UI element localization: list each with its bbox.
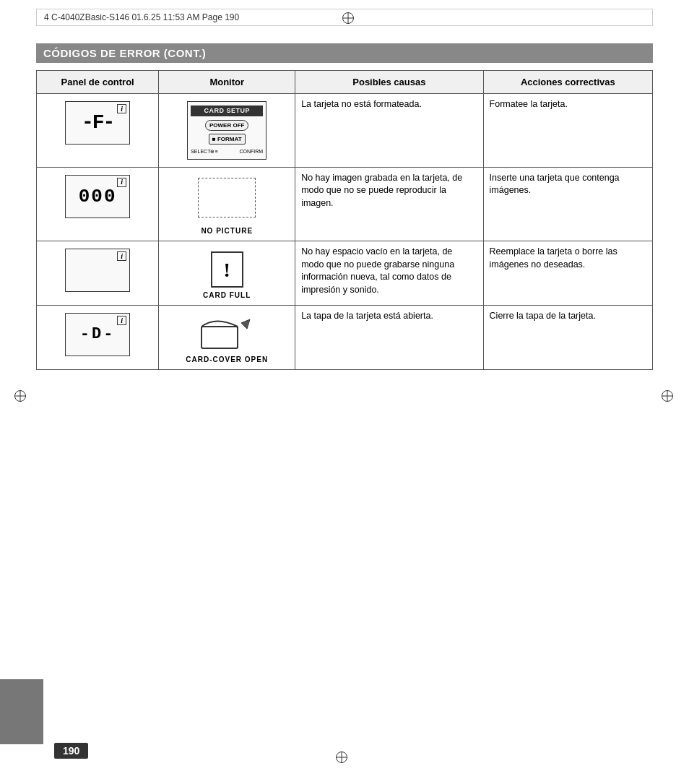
table-row: i -F- CARD SETUP POWER OFF ■ FORMAT SELE… [37,94,653,168]
info-icon-row3: i [117,251,126,261]
panel-cell-row2: i 000 [37,167,159,241]
monitor-cell-row2: NO PICTURE [159,167,295,241]
info-icon-row2: i [117,178,126,187]
table-row: i -D- [37,306,653,370]
gray-sidebar [0,679,43,744]
monitor-cell-row4: CARD-COVER OPEN [159,306,295,370]
header-text: 4 C-4040ZBasic-S146 01.6.25 11:53 AM Pag… [44,12,239,22]
panel-cell-row3: i [37,241,159,306]
lcd-display-row1: i -F- [65,101,130,145]
col-header-acciones: Acciones correctivas [483,71,652,94]
lcd-display-row4: i -D- [65,313,130,356]
registration-mark-top [342,12,357,27]
lcd-display-row3: i [65,249,130,292]
acciones-cell-row4: Cierre la tapa de la tarjeta. [483,306,652,370]
power-off-btn: POWER OFF [205,120,248,131]
card-full-display: ! CARD FULL [165,251,289,301]
causas-cell-row2: No hay imagen grabada en la tarjeta, de … [295,167,483,241]
card-setup-display: CARD SETUP POWER OFF ■ FORMAT SELECT⊕≡ C… [187,101,266,160]
panel-cell-row1: i -F- [37,94,159,168]
registration-mark-bottom [336,751,350,766]
table-row: i ! CARD FULL No hay espacio vacío en la… [37,241,653,306]
registration-mark-left [14,390,29,405]
acciones-cell-row1: Formatee la tarjeta. [483,94,652,168]
svg-rect-0 [202,327,238,348]
bottom-bar: SELECT⊕≡ CONFIRM [191,148,263,155]
no-picture-display: NO PICTURE [165,172,289,237]
monitor-cell-row3: ! CARD FULL [159,241,295,306]
acciones-cell-row3: Reemplace la tarjeta o borre las imágene… [483,241,652,306]
section-heading: CÓDIGOS DE ERROR (CONT.) [36,43,653,63]
card-full-label: CARD FULL [165,290,289,301]
causas-cell-row3: No hay espacio vacío en la tarjeta, de m… [295,241,483,306]
error-table: Panel de control Monitor Posibles causas… [36,70,653,370]
info-icon-row1: i [117,104,126,113]
main-content: CÓDIGOS DE ERROR (CONT.) Panel de contro… [36,43,653,370]
table-header-row: Panel de control Monitor Posibles causas… [37,71,653,94]
card-cover-label: CARD-COVER OPEN [165,355,289,365]
acciones-cell-row2: Inserte una tarjeta que contenga imágene… [483,167,652,241]
monitor-cell-row1: CARD SETUP POWER OFF ■ FORMAT SELECT⊕≡ C… [159,94,295,168]
no-picture-box [198,178,256,217]
card-cover-svg [198,316,256,352]
causas-cell-row4: La tapa de la tarjeta está abierta. [295,306,483,370]
table-row: i 000 NO PICTURE No hay imagen grabada e… [37,167,653,241]
col-header-causas: Posibles causas [295,71,483,94]
section-title: CÓDIGOS DE ERROR (CONT.) [43,47,206,59]
col-header-panel: Panel de control [37,71,159,94]
col-header-monitor: Monitor [159,71,295,94]
info-icon-row4: i [117,316,126,325]
registration-mark-right [662,390,676,405]
card-setup-title: CARD SETUP [191,105,263,116]
card-cover-display: CARD-COVER OPEN [165,316,289,365]
format-btn: ■ FORMAT [209,134,246,145]
no-picture-label: NO PICTURE [165,226,289,236]
lcd-display-row2: i 000 [65,175,130,218]
panel-cell-row4: i -D- [37,306,159,370]
causas-cell-row1: La tarjeta no está formateada. [295,94,483,168]
confirm-label: CONFIRM [240,148,264,155]
exclamation-icon: ! [224,256,230,284]
page-number: 190 [54,743,88,759]
card-full-icon: ! [211,251,243,288]
select-label: SELECT⊕≡ [191,148,217,155]
